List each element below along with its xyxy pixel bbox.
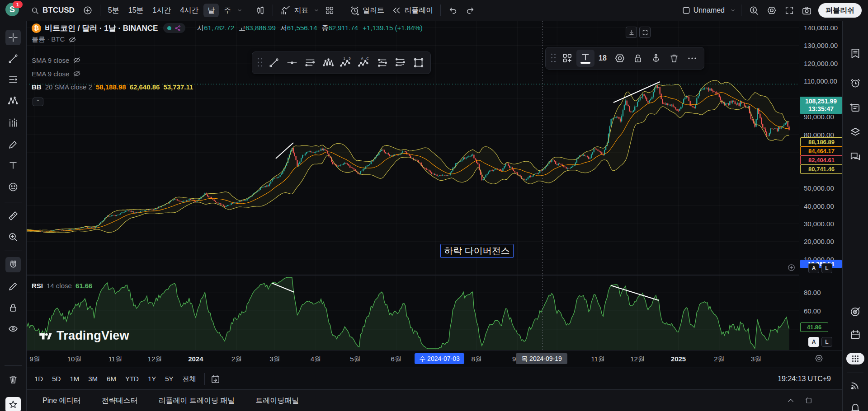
rsi-log-scale-button[interactable]: L xyxy=(821,337,832,347)
eye-off-icon[interactable] xyxy=(68,36,76,44)
ideas-button[interactable] xyxy=(849,102,862,114)
pattern-tool-button[interactable] xyxy=(5,93,21,108)
legend-collapse-button[interactable]: ⌃ xyxy=(33,98,43,106)
crosshair-tool-button[interactable] xyxy=(5,30,21,45)
edit-tool-button[interactable] xyxy=(5,279,21,294)
replay-button[interactable]: 리플레이 xyxy=(388,3,437,18)
symbol-title[interactable]: 비트코인 / 달러 · 1날 · BINANCE xyxy=(45,23,158,33)
rectangle-button[interactable] xyxy=(410,54,428,71)
log-scale-button[interactable]: L xyxy=(821,263,832,273)
snapshot-button[interactable] xyxy=(798,3,816,18)
text-settings-button[interactable] xyxy=(611,50,629,67)
trendline-tool-button[interactable] xyxy=(5,51,21,66)
forecast-tool-button[interactable] xyxy=(5,115,21,131)
interval-4시간[interactable]: 4시간 xyxy=(176,4,203,17)
symbol-legend-row[interactable]: ₿ 비트코인 / 달러 · 1날 · BINANCE 시61,782.72 고6… xyxy=(32,23,423,33)
range-5D[interactable]: 5D xyxy=(47,373,65,385)
elliott-wave-button[interactable]: 15 xyxy=(337,54,355,71)
calendar-button[interactable] xyxy=(849,328,862,341)
text-color-button[interactable] xyxy=(576,50,594,67)
abc-wave-button[interactable]: AC xyxy=(355,54,373,71)
scores-button[interactable] xyxy=(849,305,862,318)
horizontal-line-button[interactable] xyxy=(283,54,301,71)
font-size-button[interactable]: 18 xyxy=(594,54,611,62)
rsi-legend-row[interactable]: RSI 14 close 61.66 xyxy=(32,282,92,290)
chat-button[interactable] xyxy=(849,150,862,163)
settings-button[interactable] xyxy=(763,3,781,18)
brush-tool-button[interactable] xyxy=(5,137,21,152)
notifications-button[interactable] xyxy=(849,401,862,411)
watchlist-button[interactable] xyxy=(849,47,862,60)
range-5Y[interactable]: 5Y xyxy=(160,373,178,385)
grid-layout-button[interactable] xyxy=(321,3,338,18)
redo-button[interactable] xyxy=(462,3,479,18)
time-axis[interactable]: 9월10월11월12월20242월3월4월5월6월7월8월9월10월11월12월… xyxy=(26,350,843,368)
range-1M[interactable]: 1M xyxy=(65,373,84,385)
zoom-in-tool-button[interactable] xyxy=(5,229,21,245)
lock-drawing-button[interactable] xyxy=(629,50,647,67)
range-3M[interactable]: 3M xyxy=(84,373,102,385)
drag-handle[interactable] xyxy=(550,52,557,64)
quick-search-button[interactable] xyxy=(745,3,763,18)
clock-utc[interactable]: 19:24:13 UTC+9 xyxy=(778,375,831,383)
indicators-button[interactable]: 지표 xyxy=(277,3,312,18)
range-YTD[interactable]: YTD xyxy=(121,373,143,385)
object-tree-button[interactable] xyxy=(849,126,862,138)
chart-style-button[interactable] xyxy=(252,3,269,18)
price-axis[interactable]: 140,000.00130,000.00120,000.00110,000.00… xyxy=(799,21,843,350)
range-6M[interactable]: 6M xyxy=(102,373,121,385)
fullscreen-button[interactable] xyxy=(781,3,798,18)
xabcd-pattern-button[interactable] xyxy=(319,54,337,71)
collapse-panel-icon[interactable] xyxy=(787,397,795,405)
range-1D[interactable]: 1D xyxy=(30,373,47,385)
auto-scale-button[interactable]: A xyxy=(808,263,819,273)
trendline-style-button[interactable] xyxy=(265,54,283,71)
eye-off-icon[interactable] xyxy=(73,70,81,78)
sma-legend-row[interactable]: SMA 9 close xyxy=(32,56,81,64)
indicator-templates-button[interactable] xyxy=(312,3,321,18)
measure-tool-button[interactable] xyxy=(5,208,21,224)
lock-all-button[interactable] xyxy=(5,300,21,315)
save-layout-button[interactable]: Unnamed xyxy=(678,3,728,18)
chart-canvas[interactable] xyxy=(26,21,843,350)
symbol-search-button[interactable]: BTCUSD xyxy=(26,6,79,15)
more-options-button[interactable] xyxy=(683,50,701,67)
range-1Y[interactable]: 1Y xyxy=(143,373,160,385)
compare-add-button[interactable] xyxy=(79,3,96,18)
interval-15분[interactable]: 15분 xyxy=(124,4,148,17)
tab-전략테스터[interactable]: 전략테스터 xyxy=(101,396,137,406)
interval-날[interactable]: 날 xyxy=(203,4,219,17)
streams-button[interactable] xyxy=(849,379,862,392)
rsi-auto-scale-button[interactable]: A xyxy=(808,337,819,347)
axis-settings-gear-icon[interactable] xyxy=(814,354,824,363)
pitchfork-button[interactable] xyxy=(373,54,392,71)
goto-date-icon[interactable] xyxy=(210,374,221,384)
emoji-tool-button[interactable] xyxy=(5,179,21,195)
tab-트레이딩패널[interactable]: 트레이딩패널 xyxy=(255,396,299,406)
drag-handle[interactable] xyxy=(257,57,263,69)
range-전체[interactable]: 전체 xyxy=(178,373,201,385)
interval-dropdown[interactable] xyxy=(235,3,244,18)
scroll-to-recent-button[interactable] xyxy=(626,27,637,38)
parallel-channel-button[interactable] xyxy=(301,54,319,71)
layout-dropdown[interactable] xyxy=(728,3,737,18)
apps-grid-button[interactable] xyxy=(846,353,864,364)
eye-off-icon[interactable] xyxy=(73,56,81,64)
text-annotation[interactable]: 하락 다이버전스 xyxy=(440,244,514,258)
remove-drawings-button[interactable] xyxy=(5,372,21,387)
anchor-drawing-button[interactable] xyxy=(647,50,665,67)
market-status-pill[interactable] xyxy=(163,23,185,33)
bb-legend-row[interactable]: BB 20 SMA close 2 58,188.98 62,640.86 53… xyxy=(32,83,193,91)
user-menu-button[interactable]: S 1 xyxy=(5,3,21,18)
text-tool-button[interactable] xyxy=(5,158,21,173)
undo-button[interactable] xyxy=(444,3,462,18)
interval-1시간[interactable]: 1시간 xyxy=(149,4,175,17)
quick-trade-plus-button[interactable] xyxy=(787,263,796,272)
ema-legend-row[interactable]: EMA 9 close xyxy=(32,70,81,78)
magnet-tool-button[interactable] xyxy=(5,257,21,272)
interval-주[interactable]: 주 xyxy=(220,4,235,17)
fib-tool-button[interactable] xyxy=(5,72,21,87)
delete-drawing-button[interactable] xyxy=(665,50,683,67)
template-button[interactable] xyxy=(558,50,576,67)
maximize-pane-button[interactable] xyxy=(639,27,651,38)
